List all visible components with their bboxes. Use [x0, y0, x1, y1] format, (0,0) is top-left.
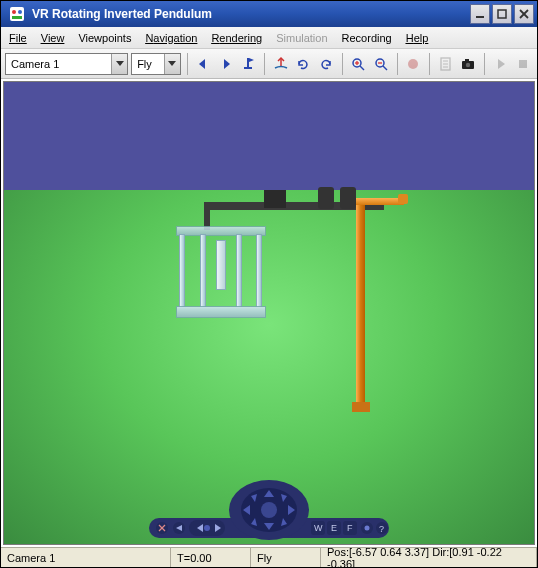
cage-inner-rod — [216, 240, 226, 290]
nav-close-button[interactable] — [156, 522, 168, 534]
play-button — [491, 53, 511, 75]
status-bar: Camera 1 T=0.00 Fly Pos:[-6.57 0.64 3.37… — [1, 547, 537, 567]
menu-help[interactable]: Help — [406, 32, 429, 44]
next-viewpoint-button[interactable] — [216, 53, 236, 75]
app-window: VR Rotating Inverted Pendulum File View … — [0, 0, 538, 568]
svg-rect-26 — [465, 59, 469, 62]
toolbar-separator — [429, 53, 430, 75]
nav-wheel[interactable] — [239, 486, 299, 536]
status-mode: Fly — [251, 548, 321, 567]
toolbar: Camera 1 Fly — [1, 49, 537, 79]
svg-rect-4 — [476, 16, 484, 18]
menu-navigation[interactable]: Navigation — [145, 32, 197, 44]
window-title: VR Rotating Inverted Pendulum — [30, 7, 470, 21]
block-params-button — [436, 53, 456, 75]
nav-fly-button[interactable] — [343, 521, 357, 535]
nav-examine-button[interactable] — [327, 521, 341, 535]
chevron-down-icon — [111, 54, 127, 74]
app-icon — [8, 5, 26, 23]
pendulum-base — [352, 402, 370, 412]
scene-3d — [4, 82, 534, 544]
create-viewpoint-button[interactable] — [238, 53, 258, 75]
camera-select[interactable]: Camera 1 — [5, 53, 128, 75]
menu-view[interactable]: View — [41, 32, 65, 44]
status-pose: Pos:[-6.57 0.64 3.37] Dir:[0.91 -0.22 -0… — [321, 548, 537, 567]
svg-rect-3 — [12, 16, 22, 19]
nav-collapse-button[interactable] — [173, 522, 185, 534]
svg-point-27 — [466, 62, 470, 66]
maximize-button[interactable] — [492, 4, 512, 24]
vr-viewport[interactable]: W E F ? — [3, 81, 535, 545]
nav-walk-button[interactable] — [311, 521, 325, 535]
svg-point-1 — [12, 10, 16, 14]
cage-top-plate — [176, 226, 266, 236]
window-buttons — [470, 4, 534, 24]
undo-move-button[interactable] — [293, 53, 313, 75]
straighten-up-button[interactable] — [271, 53, 291, 75]
menu-bar: File View Viewpoints Navigation Renderin… — [1, 27, 537, 49]
title-bar: VR Rotating Inverted Pendulum — [1, 1, 537, 27]
nav-help-button[interactable] — [376, 522, 388, 534]
cage-bottom-plate — [176, 306, 266, 318]
menu-simulation: Simulation — [276, 32, 327, 44]
toolbar-separator — [397, 53, 398, 75]
nav-viewpoint-buttons[interactable] — [189, 520, 225, 536]
svg-marker-8 — [116, 61, 124, 66]
cage-pillar — [236, 234, 242, 308]
svg-line-18 — [383, 66, 387, 70]
prev-viewpoint-button[interactable] — [193, 53, 213, 75]
snapshot-button[interactable] — [458, 53, 478, 75]
zoom-in-button[interactable] — [348, 53, 368, 75]
svg-rect-10 — [247, 58, 249, 67]
navmode-select-value: Fly — [132, 58, 157, 70]
status-camera: Camera 1 — [1, 548, 171, 567]
pendulum-pole — [356, 205, 365, 405]
minimize-button[interactable] — [470, 4, 490, 24]
chevron-down-icon — [164, 54, 180, 74]
svg-point-20 — [408, 59, 418, 69]
cage-pillar — [256, 234, 262, 308]
toolbar-separator — [187, 53, 188, 75]
arm-end-knob — [398, 194, 408, 204]
status-time: T=0.00 — [171, 548, 251, 567]
nav-headlight-button[interactable] — [361, 522, 373, 534]
menu-file[interactable]: File — [9, 32, 27, 44]
navmode-select[interactable]: Fly — [131, 53, 180, 75]
stop-button — [513, 53, 533, 75]
bearing-block — [318, 187, 334, 209]
menu-rendering[interactable]: Rendering — [211, 32, 262, 44]
record-button — [403, 53, 423, 75]
cage-pillar — [200, 234, 206, 308]
toolbar-separator — [264, 53, 265, 75]
navigation-panel: W E F ? — [129, 480, 409, 542]
svg-line-14 — [360, 66, 364, 70]
camera-select-value: Camera 1 — [6, 58, 64, 70]
svg-point-2 — [18, 10, 22, 14]
toolbar-separator — [484, 53, 485, 75]
svg-rect-28 — [519, 60, 527, 68]
menu-viewpoints[interactable]: Viewpoints — [78, 32, 131, 44]
cage-pillar — [179, 234, 185, 308]
redo-move-button[interactable] — [316, 53, 336, 75]
svg-rect-11 — [244, 67, 252, 69]
toolbar-separator — [342, 53, 343, 75]
close-button[interactable] — [514, 4, 534, 24]
menu-recording[interactable]: Recording — [342, 32, 392, 44]
rotating-arm — [356, 198, 404, 205]
zoom-out-button[interactable] — [371, 53, 391, 75]
motor-housing — [264, 190, 286, 208]
svg-marker-9 — [168, 61, 176, 66]
cage-structure — [176, 226, 266, 318]
bearing-block — [340, 187, 356, 209]
svg-rect-5 — [498, 10, 506, 18]
